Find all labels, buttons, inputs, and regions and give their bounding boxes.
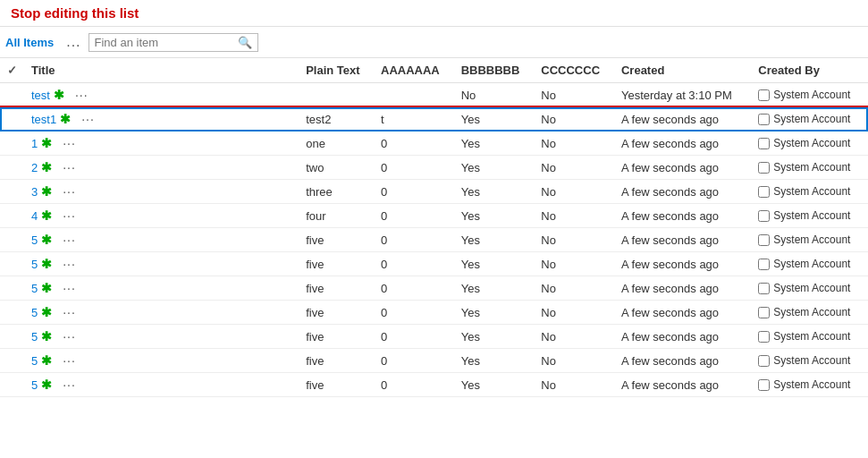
row-check-cell [0,83,24,107]
row-title-cell[interactable]: 5✱··· [24,252,299,276]
row-title-link[interactable]: 5 [31,282,38,295]
row-title-link[interactable]: 5 [31,354,38,368]
row-title-link[interactable]: test [31,89,50,102]
row-ccccccc-cell: No [534,156,614,180]
row-aaaaaaa-cell: 0 [374,349,454,373]
row-context-menu-button[interactable]: ··· [63,377,76,392]
row-title-link[interactable]: 1 [31,137,38,150]
row-ccccccc-cell: No [534,131,614,156]
row-aaaaaaa-cell: 0 [374,228,454,252]
row-context-menu-button[interactable]: ··· [63,329,76,344]
table-body: test✱···NoNoYesterday at 3:10 PMSystem A… [0,83,868,397]
col-bbbbbbb[interactable]: BBBBBBB [454,58,535,83]
row-bbbbbbb-cell: Yes [454,301,535,325]
col-plain-text[interactable]: Plain Text [299,58,374,83]
row-asterisk-icon: ✱ [41,329,52,344]
row-title-cell[interactable]: 2✱··· [24,156,299,180]
row-title-cell[interactable]: 5✱··· [24,301,299,325]
row-user-checkbox[interactable] [758,379,770,391]
row-context-menu-button[interactable]: ··· [63,305,76,319]
row-user-checkbox[interactable] [758,331,770,343]
row-user-checkbox[interactable] [758,210,770,222]
row-bbbbbbb-cell: Yes [454,107,535,131]
row-title-link[interactable]: 5 [31,233,38,247]
row-context-menu-button[interactable]: ··· [63,208,76,223]
row-created-by-cell: System Account [751,204,868,228]
row-created-cell: A few seconds ago [614,107,751,131]
toolbar-ellipsis-button[interactable]: ... [63,32,84,52]
row-created-cell: A few seconds ago [614,252,751,276]
row-context-menu-button[interactable]: ··· [63,136,76,150]
row-created-by-cell: System Account [751,349,868,373]
row-asterisk-icon: ✱ [41,136,52,150]
row-user-checkbox[interactable] [758,138,770,149]
row-title-cell[interactable]: 5✱··· [24,276,299,301]
row-user-checkbox[interactable] [758,283,770,294]
row-asterisk-icon: ✱ [41,233,52,247]
row-title-link[interactable]: test1 [31,113,56,126]
row-user-checkbox[interactable] [758,234,770,246]
row-user-checkbox[interactable] [758,307,770,318]
row-title-cell[interactable]: 3✱··· [24,180,299,204]
col-aaaaaaa[interactable]: AAAAAAA [374,58,454,83]
row-context-menu-button[interactable]: ··· [75,88,88,102]
row-check-cell [0,276,24,301]
row-bbbbbbb-cell: Yes [454,325,535,349]
row-title-link[interactable]: 3 [31,185,38,199]
row-aaaaaaa-cell: 0 [374,373,454,397]
row-user-checkbox[interactable] [758,355,770,367]
row-title-cell[interactable]: 1✱··· [24,131,299,156]
row-aaaaaaa-cell: 0 [374,252,454,276]
row-context-menu-button[interactable]: ··· [63,281,76,295]
row-check-cell [0,107,24,131]
row-asterisk-icon: ✱ [41,305,52,319]
row-title-cell[interactable]: 5✱··· [24,349,299,373]
row-aaaaaaa-cell [374,83,454,107]
row-user-checkbox[interactable] [758,186,770,198]
row-user-label: System Account [773,185,850,198]
row-context-menu-button[interactable]: ··· [63,233,76,247]
row-created-by-cell: System Account [751,301,868,325]
col-ccccccc[interactable]: CCCCCCC [534,58,614,83]
col-created[interactable]: Created [614,58,751,83]
row-user-checkbox[interactable] [758,162,770,174]
row-created-cell: A few seconds ago [614,301,751,325]
row-title-link[interactable]: 5 [31,378,38,392]
row-context-menu-button[interactable]: ··· [63,184,76,199]
row-plain-text-cell: one [299,131,374,156]
row-aaaaaaa-cell: 0 [374,156,454,180]
search-input[interactable] [95,36,238,49]
all-items-button[interactable]: All Items [0,34,59,51]
row-user-checkbox[interactable] [758,89,770,101]
row-plain-text-cell: four [299,204,374,228]
row-title-cell[interactable]: 4✱··· [24,204,299,228]
row-title-link[interactable]: 4 [31,209,38,223]
row-title-cell[interactable]: 5✱··· [24,373,299,397]
row-check-cell [0,156,24,180]
row-context-menu-button[interactable]: ··· [63,257,76,271]
row-context-menu-button[interactable]: ··· [63,160,76,174]
toolbar: All Items ... 🔍 [0,27,868,58]
row-bbbbbbb-cell: Yes [454,276,535,301]
row-ccccccc-cell: No [534,83,614,107]
row-asterisk-icon: ✱ [41,353,52,368]
row-title-link[interactable]: 2 [31,161,38,174]
row-created-by-cell: System Account [751,325,868,349]
row-title-cell[interactable]: 5✱··· [24,228,299,252]
row-title-cell[interactable]: test✱··· [24,83,299,107]
row-user-checkbox[interactable] [758,259,770,270]
row-title-link[interactable]: 5 [31,306,38,319]
col-created-by[interactable]: Created By [751,58,868,83]
stop-label[interactable]: Stop [11,5,40,21]
row-context-menu-button[interactable]: ··· [63,353,76,368]
checkmark-icon: ✓ [7,64,17,77]
row-user-checkbox[interactable] [758,114,770,125]
row-context-menu-button[interactable]: ··· [81,112,95,126]
col-title[interactable]: Title [24,58,299,83]
row-title-cell[interactable]: test1✱··· [24,107,299,131]
row-ccccccc-cell: No [534,107,614,131]
row-title-cell[interactable]: 5✱··· [24,325,299,349]
row-title-link[interactable]: 5 [31,330,38,344]
row-title-link[interactable]: 5 [31,258,38,271]
row-bbbbbbb-cell: Yes [454,131,535,156]
